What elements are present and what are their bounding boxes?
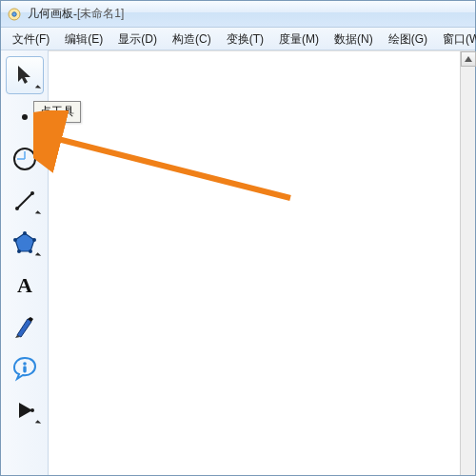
tool-info[interactable] bbox=[6, 349, 44, 387]
menu-transform[interactable]: 变换(T) bbox=[221, 29, 269, 50]
polygon-icon bbox=[11, 229, 38, 256]
tool-marker[interactable] bbox=[6, 307, 44, 346]
chevron-down-icon bbox=[34, 210, 40, 216]
svg-text:A: A bbox=[17, 273, 32, 297]
svg-point-12 bbox=[29, 249, 32, 253]
scroll-up-button[interactable] bbox=[461, 51, 476, 67]
menu-window[interactable]: 窗口(W) bbox=[437, 29, 476, 50]
svg-point-21 bbox=[30, 408, 34, 412]
svg-point-11 bbox=[32, 238, 36, 242]
menu-edit[interactable]: 编辑(E) bbox=[59, 29, 109, 50]
menubar: 文件(F) 编辑(E) 显示(D) 构造(C) 变换(T) 度量(M) 数据(N… bbox=[1, 28, 475, 50]
tool-custom[interactable] bbox=[6, 391, 44, 429]
menu-file[interactable]: 文件(F) bbox=[7, 29, 55, 50]
info-icon bbox=[11, 355, 38, 382]
menu-measure[interactable]: 度量(M) bbox=[273, 29, 325, 50]
svg-point-10 bbox=[23, 231, 27, 235]
svg-point-2 bbox=[22, 114, 28, 120]
svg-point-13 bbox=[17, 249, 21, 253]
chevron-down-icon bbox=[34, 420, 40, 426]
svg-point-8 bbox=[30, 191, 34, 195]
drawing-canvas[interactable]: 点工具 bbox=[49, 50, 475, 475]
svg-marker-16 bbox=[17, 319, 31, 337]
line-icon bbox=[12, 188, 37, 213]
chevron-up-icon bbox=[465, 55, 472, 63]
svg-line-23 bbox=[50, 137, 290, 198]
play-icon bbox=[12, 398, 37, 423]
svg-point-14 bbox=[13, 238, 17, 242]
marker-icon bbox=[12, 314, 37, 339]
tool-text[interactable]: A bbox=[6, 266, 44, 304]
vertical-scrollbar[interactable] bbox=[460, 51, 475, 475]
svg-marker-24 bbox=[465, 56, 472, 62]
cursor-icon bbox=[12, 63, 37, 88]
svg-point-7 bbox=[15, 207, 19, 210]
compass-icon bbox=[10, 145, 39, 173]
doc-title: [未命名1] bbox=[77, 6, 124, 22]
titlebar: 几何画板 - [未命名1] bbox=[1, 1, 475, 28]
svg-marker-9 bbox=[15, 233, 34, 251]
svg-point-1 bbox=[12, 11, 16, 15]
svg-point-18 bbox=[23, 362, 27, 366]
chevron-down-icon bbox=[34, 252, 40, 258]
menu-graph[interactable]: 绘图(G) bbox=[383, 29, 433, 50]
app-title: 几何画板 bbox=[28, 6, 73, 22]
tool-compass[interactable] bbox=[6, 140, 44, 178]
text-icon: A bbox=[12, 272, 37, 297]
tooltip-point-tool: 点工具 bbox=[33, 101, 81, 123]
annotation-arrow bbox=[33, 110, 319, 225]
chevron-down-icon bbox=[34, 85, 40, 90]
menu-display[interactable]: 显示(D) bbox=[112, 29, 163, 50]
tool-line[interactable] bbox=[6, 182, 44, 220]
tool-polygon[interactable] bbox=[6, 224, 44, 262]
menu-data[interactable]: 数据(N) bbox=[328, 29, 379, 50]
svg-line-6 bbox=[17, 193, 32, 208]
tool-select[interactable] bbox=[6, 56, 44, 94]
menu-construct[interactable]: 构造(C) bbox=[167, 29, 217, 50]
svg-marker-20 bbox=[19, 403, 32, 418]
svg-rect-19 bbox=[23, 367, 26, 373]
app-icon bbox=[7, 7, 22, 22]
